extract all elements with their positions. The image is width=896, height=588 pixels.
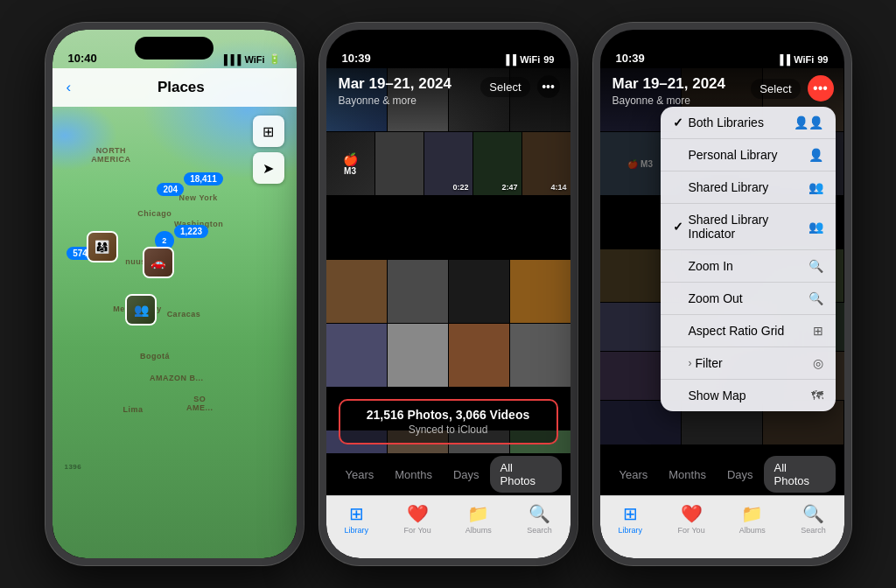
indicator-icon: 👥 bbox=[808, 220, 823, 234]
status-time-2: 10:39 bbox=[342, 52, 371, 65]
albums-icon-3: 📁 bbox=[741, 503, 763, 524]
time-nav-days[interactable]: Days bbox=[443, 463, 490, 486]
map-label-scale: 1396 bbox=[64, 463, 81, 471]
search-icon-tab: 🔍 bbox=[528, 503, 550, 524]
time-nav-days-3[interactable]: Days bbox=[717, 463, 764, 486]
foryou-icon-3: ❤️ bbox=[681, 503, 703, 524]
grid-cell-br1[interactable] bbox=[326, 260, 387, 323]
menu-label-shared: Shared Library bbox=[673, 180, 769, 194]
both-libraries-icon: 👤👤 bbox=[794, 116, 823, 130]
menu-item-aspect-grid[interactable]: Aspect Ratio Grid ⊞ bbox=[661, 315, 836, 347]
tab-albums-3[interactable]: 📁 Albums bbox=[722, 503, 783, 535]
grid-cell-tab4[interactable] bbox=[510, 324, 570, 387]
wifi-icon-2: WiFi bbox=[520, 54, 540, 65]
select-button-3[interactable]: Select bbox=[751, 79, 800, 99]
menu-label-both: Both Libraries bbox=[689, 116, 764, 130]
show-map-icon: 🗺 bbox=[811, 388, 823, 402]
time-nav-2: Years Months Days All Photos bbox=[326, 453, 570, 495]
battery-icon-2: 99 bbox=[543, 54, 554, 65]
status-time-3: 10:39 bbox=[616, 52, 645, 65]
menu-item-zoom-out[interactable]: Zoom Out 🔍 bbox=[661, 283, 836, 315]
menu-item-zoom-in[interactable]: Zoom In 🔍 bbox=[661, 250, 836, 283]
map-location-btn[interactable]: ➤ bbox=[253, 152, 284, 184]
tab-foryou-2[interactable]: ❤️ For You bbox=[387, 503, 448, 535]
zoom-in-icon: 🔍 bbox=[808, 259, 823, 273]
grid-cell-r2c5[interactable]: 4:14 bbox=[522, 132, 570, 195]
aspect-grid-icon: ⊞ bbox=[813, 324, 823, 338]
time-nav-months-3[interactable]: Months bbox=[658, 463, 717, 486]
tab-library-2[interactable]: ⊞ Library bbox=[326, 503, 388, 535]
battery-icon: 🔋 bbox=[269, 53, 281, 65]
menu-item-shared[interactable]: Shared Library 👥 bbox=[661, 172, 836, 204]
albums-icon: 📁 bbox=[467, 503, 489, 524]
tab-search-2[interactable]: 🔍 Search bbox=[509, 503, 570, 535]
menu-item-both-libraries[interactable]: ✓ Both Libraries 👤👤 bbox=[661, 107, 836, 139]
filter-icon: ◎ bbox=[813, 356, 823, 370]
foryou-icon: ❤️ bbox=[407, 503, 429, 524]
status-icons-1: ▐▐▐ WiFi 🔋 bbox=[220, 53, 281, 65]
nav-bar: ‹ Places bbox=[52, 68, 297, 107]
more-button[interactable]: ••• bbox=[537, 75, 560, 98]
map-pin-18411[interactable]: 18,411 bbox=[184, 172, 223, 186]
time-nav-months[interactable]: Months bbox=[384, 463, 443, 486]
tab-albums-label-3: Albums bbox=[739, 526, 766, 535]
grid-cell-br4[interactable] bbox=[510, 260, 570, 323]
menu-label-filter: Filter bbox=[696, 356, 723, 370]
grid-cell-m3[interactable]: 🍎 M3 bbox=[326, 132, 374, 195]
map-grid-btn[interactable]: ⊞ bbox=[253, 116, 284, 147]
grid-cell-br3[interactable] bbox=[449, 260, 509, 323]
menu-label-zoom-out: Zoom Out bbox=[673, 291, 743, 305]
tab-foryou-label-3: For You bbox=[678, 526, 705, 535]
grid-cell-br2[interactable] bbox=[388, 260, 448, 323]
photo-count-box: 21,516 Photos, 3,066 Videos Synced to iC… bbox=[339, 399, 558, 444]
map-photo-car[interactable]: 🚗 bbox=[143, 247, 174, 278]
map-labels: NORTHAMERICA Chicago New York Washington… bbox=[52, 30, 297, 558]
menu-label-aspect: Aspect Ratio Grid bbox=[673, 324, 785, 338]
map-controls: ⊞ ➤ bbox=[253, 116, 284, 184]
menu-item-personal[interactable]: Personal Library 👤 bbox=[661, 139, 836, 172]
map-photo-group[interactable]: 👥 bbox=[125, 294, 157, 326]
dynamic-island-1 bbox=[135, 37, 214, 60]
tab-albums-2[interactable]: 📁 Albums bbox=[448, 503, 509, 535]
menu-item-indicator[interactable]: ✓ Shared Library Indicator 👥 bbox=[661, 204, 836, 250]
grid-cell-tab2[interactable] bbox=[388, 324, 448, 387]
map-label-bogota: Bogotá bbox=[140, 352, 170, 360]
back-button[interactable]: ‹ bbox=[66, 79, 72, 96]
grid-cell-tab3[interactable] bbox=[449, 324, 509, 387]
phone-library: 10:39 ▐▐ WiFi 99 Mar 19–21, 2024 Bayonne… bbox=[319, 23, 578, 565]
time-nav-all[interactable]: All Photos bbox=[490, 456, 562, 493]
grid-cell-r2c3[interactable]: 0:22 bbox=[424, 132, 472, 195]
menu-label-zoom-in: Zoom In bbox=[673, 259, 733, 273]
tab-search-label-3: Search bbox=[801, 526, 826, 535]
time-nav-all-3[interactable]: All Photos bbox=[764, 456, 836, 493]
personal-library-icon: 👤 bbox=[808, 148, 823, 162]
tab-library-label-3: Library bbox=[619, 526, 643, 535]
menu-label-show-map: Show Map bbox=[673, 388, 746, 402]
library-icon-3: ⊞ bbox=[623, 503, 638, 524]
tab-bar-3: ⊞ Library ❤️ For You 📁 Albums 🔍 Search bbox=[600, 495, 844, 558]
sync-status: Synced to iCloud bbox=[351, 424, 546, 436]
more-button-active[interactable]: ••• bbox=[808, 75, 834, 102]
map-label-amazon: AMAZON B... bbox=[150, 374, 204, 382]
bottom-info: 21,516 Photos, 3,066 Videos Synced to iC… bbox=[326, 390, 570, 453]
menu-item-filter[interactable]: › Filter ◎ bbox=[661, 347, 836, 380]
map-photo-family[interactable]: 👨‍👩‍👧 bbox=[87, 231, 118, 262]
menu-label-personal: Personal Library bbox=[673, 148, 778, 162]
map-label-chicago: Chicago bbox=[137, 209, 172, 218]
tab-foryou-label: For You bbox=[404, 526, 431, 535]
menu-label-indicator: Shared Library Indicator bbox=[689, 213, 808, 241]
grid-cell-r2c2[interactable] bbox=[375, 132, 424, 195]
tab-search-3[interactable]: 🔍 Search bbox=[783, 503, 844, 535]
tab-foryou-3[interactable]: ❤️ For You bbox=[661, 503, 722, 535]
tab-library-3[interactable]: ⊞ Library bbox=[600, 503, 662, 535]
select-button[interactable]: Select bbox=[480, 77, 529, 97]
grid-cell-tab1[interactable] bbox=[326, 324, 387, 387]
time-nav-years-3[interactable]: Years bbox=[609, 463, 659, 486]
map-pin-204[interactable]: 204 bbox=[157, 183, 184, 196]
menu-item-show-map[interactable]: Show Map 🗺 bbox=[661, 380, 836, 411]
map-label-lima: Lima bbox=[122, 405, 143, 414]
time-nav-years[interactable]: Years bbox=[335, 463, 385, 486]
grid-cell-r2c4[interactable]: 2:47 bbox=[473, 132, 522, 195]
page-title: Places bbox=[80, 79, 282, 96]
map-pin-1223[interactable]: 1,223 bbox=[174, 225, 208, 238]
